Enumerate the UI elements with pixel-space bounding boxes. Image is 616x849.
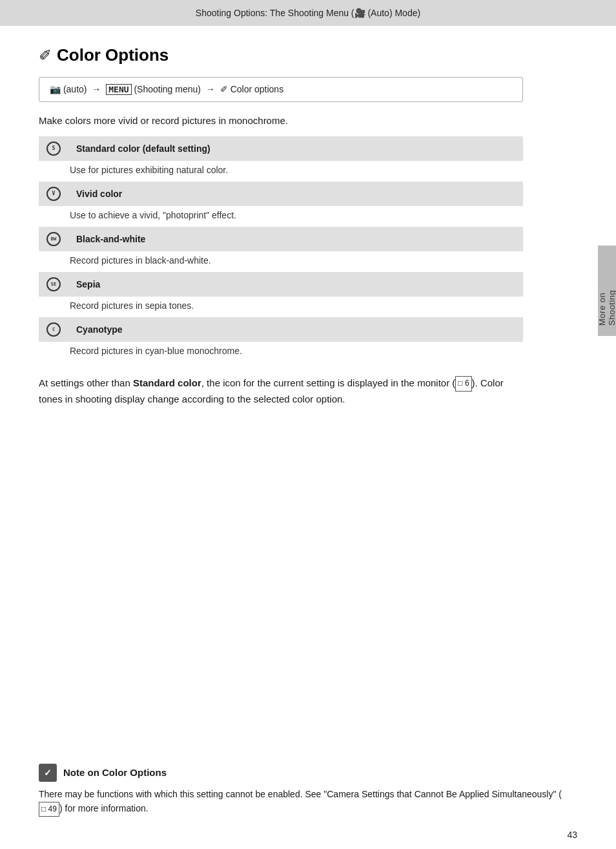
sepia-icon: SE	[39, 272, 68, 297]
nav-arrow-1: →	[92, 84, 101, 94]
note-body-suffix: ) for more information.	[59, 803, 149, 813]
table-row: Record pictures in black-and-white.	[39, 251, 523, 272]
table-row: Use for pictures exhibiting natural colo…	[39, 161, 523, 182]
standard-color-desc: Use for pictures exhibiting natural colo…	[39, 161, 523, 182]
cyanotype-desc: Record pictures in cyan-blue monochrome.	[39, 342, 523, 362]
nav-color-icon: ✐	[220, 84, 231, 94]
vivid-color-desc: Use to achieve a vivid, "photoprint" eff…	[39, 206, 523, 227]
footer-book-ref: □ 6	[455, 376, 471, 391]
table-row: Record pictures in sepia tones.	[39, 297, 523, 317]
sidebar-label: More on Shooting	[597, 256, 616, 326]
note-body: There may be functions with which this s…	[39, 787, 564, 817]
table-row: Record pictures in cyan-blue monochrome.	[39, 342, 523, 362]
intro-text: Make colors more vivid or record picture…	[39, 115, 523, 126]
table-row: S Standard color (default setting)	[39, 136, 523, 161]
table-row: Use to achieve a vivid, "photoprint" eff…	[39, 206, 523, 227]
vivid-color-label: Vivid color	[68, 182, 523, 206]
table-row: V Vivid color	[39, 182, 523, 206]
footer-note: At settings other than Standard color, t…	[39, 375, 523, 407]
black-white-desc: Record pictures in black-and-white.	[39, 251, 523, 272]
footer-prefix: At settings other than	[39, 377, 133, 388]
page-number: 43	[567, 830, 577, 840]
cyanotype-icon: C	[39, 317, 68, 342]
note-box: ✓ Note on Color Options There may be fun…	[39, 764, 564, 817]
nav-color-text: Color options	[231, 84, 284, 94]
page-header: Shooting Options: The Shooting Menu (🎥 (…	[0, 0, 616, 26]
table-row: SE Sepia	[39, 272, 523, 297]
sepia-label: Sepia	[68, 272, 523, 297]
nav-arrow-2: →	[206, 84, 215, 94]
note-book-ref: □ 49	[39, 802, 59, 817]
standard-color-label: Standard color (default setting)	[68, 136, 523, 161]
header-text: Shooting Options: The Shooting Menu (🎥 (…	[196, 8, 420, 18]
note-title-text: Note on Color Options	[63, 767, 167, 778]
sepia-desc: Record pictures in sepia tones.	[39, 297, 523, 317]
note-title-row: ✓ Note on Color Options	[39, 764, 564, 782]
footer-suffix: , the icon for the current setting is di…	[201, 377, 456, 388]
sidebar-tab: More on Shooting	[598, 246, 616, 336]
table-row: C Cyanotype	[39, 317, 523, 342]
standard-color-icon: S	[39, 136, 68, 161]
black-white-icon: BW	[39, 227, 68, 251]
note-icon: ✓	[39, 764, 57, 782]
table-row: BW Black-and-white	[39, 227, 523, 251]
footer-bold: Standard color	[133, 377, 201, 388]
page-title: ✐ Color Options	[39, 45, 523, 65]
cyanotype-label: Cyanotype	[68, 317, 523, 342]
nav-menu-text: (Shooting menu)	[134, 84, 203, 94]
nav-auto-text: (auto)	[63, 84, 89, 94]
page-heading: Color Options	[57, 45, 169, 65]
nav-camera-icon: 📷	[50, 84, 61, 94]
nav-breadcrumb: 📷 (auto) → MENU (Shooting menu) → ✐ Colo…	[39, 77, 523, 102]
note-body-text: There may be functions with which this s…	[39, 789, 562, 799]
color-options-icon: ✐	[39, 47, 52, 65]
black-white-label: Black-and-white	[68, 227, 523, 251]
color-options-table: S Standard color (default setting) Use f…	[39, 136, 523, 362]
vivid-color-icon: V	[39, 182, 68, 206]
nav-menu-icon: MENU	[106, 84, 131, 95]
